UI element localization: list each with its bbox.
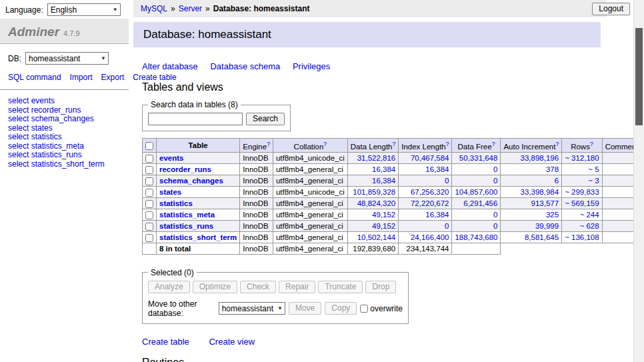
help-icon[interactable]: ? <box>590 141 593 147</box>
sidebar-table-link-statistics[interactable]: select statistics <box>8 133 121 142</box>
data-free-link[interactable]: 0 <box>493 165 497 173</box>
row-checkbox[interactable] <box>145 223 153 231</box>
data-length-link[interactable]: 49,152 <box>372 211 395 219</box>
search-button[interactable]: Search <box>246 113 285 125</box>
breadcrumb-mysql-link[interactable]: MySQL <box>141 4 167 13</box>
data-free-link[interactable]: 104,857,600 <box>455 188 497 196</box>
move-button[interactable]: Move <box>289 302 321 315</box>
data-free-link[interactable]: 0 <box>493 211 497 219</box>
sidebar-table-link-statistics-runs[interactable]: select statistics_runs <box>8 151 121 160</box>
rows-count-link[interactable]: ~ 136,108 <box>565 233 599 241</box>
data-length-link[interactable]: 16,384 <box>372 177 395 185</box>
table-name-link[interactable]: schema_changes <box>159 177 223 185</box>
index-length-link[interactable]: 72,220,672 <box>411 199 449 207</box>
help-icon[interactable]: ? <box>555 141 559 147</box>
auto-increment-link[interactable]: 39,999 <box>535 222 559 230</box>
check-button[interactable]: Check <box>240 281 276 293</box>
help-icon[interactable]: ? <box>323 141 327 147</box>
row-checkbox[interactable] <box>145 234 153 242</box>
sidebar-table-link-recorder-runs[interactable]: select recorder_runs <box>8 106 121 115</box>
sidebar-table-link-statistics-short-term[interactable]: select statistics_short_term <box>8 160 121 169</box>
move-database-select[interactable]: homeassistant ▼ <box>219 302 285 315</box>
row-checkbox[interactable] <box>145 211 153 219</box>
table-name-link[interactable]: states <box>159 188 181 196</box>
help-icon[interactable]: ? <box>267 141 270 147</box>
search-input[interactable] <box>148 113 243 125</box>
data-free-link[interactable]: 0 <box>493 222 497 230</box>
sidebar-table-link-states[interactable]: select states <box>8 124 121 133</box>
help-icon[interactable]: ? <box>492 141 495 147</box>
privileges-link[interactable]: Privileges <box>293 61 330 71</box>
sidebar-sql-command-link[interactable]: SQL command <box>8 73 61 82</box>
auto-increment-link[interactable]: 33,898,196 <box>521 154 559 162</box>
overwrite-option[interactable]: overwrite <box>360 304 403 313</box>
data-free-link[interactable]: 0 <box>493 177 497 185</box>
data-free-link[interactable]: 50,331,648 <box>459 154 498 162</box>
sidebar-table-link-schema-changes[interactable]: select schema_changes <box>8 115 121 124</box>
truncate-button[interactable]: Truncate <box>318 281 363 293</box>
row-checkbox[interactable] <box>145 166 153 174</box>
index-length-link[interactable]: 0 <box>445 177 449 185</box>
analyze-button[interactable]: Analyze <box>148 281 190 293</box>
data-length-link[interactable]: 31,522,816 <box>357 154 396 162</box>
data-length-link[interactable]: 16,384 <box>372 165 395 173</box>
row-checkbox[interactable] <box>145 177 153 185</box>
repair-button[interactable]: Repair <box>279 281 315 293</box>
rows-count-link[interactable]: ~ 5 <box>588 165 599 173</box>
sidebar-export-link[interactable]: Export <box>101 73 125 82</box>
sidebar-table-link-statistics-meta[interactable]: select statistics_meta <box>8 142 121 151</box>
alter-database-link[interactable]: Alter database <box>142 61 198 71</box>
database-schema-link[interactable]: Database schema <box>210 61 280 71</box>
row-checkbox[interactable] <box>145 155 153 163</box>
row-checkbox[interactable] <box>145 189 153 197</box>
vertical-scrollbar[interactable] <box>633 0 644 362</box>
index-length-link[interactable]: 16,384 <box>425 165 449 173</box>
select-all-checkbox[interactable] <box>145 142 153 150</box>
optimize-button[interactable]: Optimize <box>193 281 237 293</box>
table-name-link[interactable]: statistics <box>159 199 193 207</box>
rows-count-link[interactable]: ~ 3 <box>588 177 599 185</box>
auto-increment-link[interactable]: 8,581,645 <box>525 233 559 241</box>
create-view-link[interactable]: Create view <box>209 337 255 347</box>
table-name-link[interactable]: recorder_runs <box>159 165 211 173</box>
help-icon[interactable]: ? <box>392 141 395 147</box>
index-length-link[interactable]: 24,166,400 <box>411 233 449 241</box>
rows-count-link[interactable]: ~ 569,159 <box>565 199 599 207</box>
data-length-link[interactable]: 48,824,320 <box>357 199 396 207</box>
rows-count-link[interactable]: ~ 628 <box>580 222 599 230</box>
auto-increment-link[interactable]: 325 <box>546 211 559 219</box>
auto-increment-link[interactable]: 33,398,984 <box>521 188 559 196</box>
index-length-link[interactable]: 70,467,584 <box>411 154 449 162</box>
rows-count-link[interactable]: ~ 312,180 <box>565 154 599 162</box>
rows-count-link[interactable]: ~ 244 <box>580 211 599 219</box>
data-free-link[interactable]: 6,291,456 <box>463 199 497 207</box>
auto-increment-link[interactable]: 913,577 <box>531 199 559 207</box>
drop-button[interactable]: Drop <box>365 281 396 293</box>
data-free-link[interactable]: 188,743,680 <box>455 233 497 241</box>
auto-increment-link[interactable]: 6 <box>555 177 559 185</box>
logout-button[interactable]: Logout <box>592 3 630 15</box>
index-length-link[interactable]: 0 <box>445 222 449 230</box>
breadcrumb-server-link[interactable]: Server <box>179 4 202 13</box>
data-length-link[interactable]: 49,152 <box>372 222 395 230</box>
language-select[interactable]: English ▼ <box>47 3 121 16</box>
rows-count-link[interactable]: ~ 299,833 <box>565 188 599 196</box>
db-select[interactable]: homeassistant ▼ <box>25 52 109 65</box>
copy-button[interactable]: Copy <box>325 302 357 315</box>
data-length-link[interactable]: 10,502,144 <box>357 233 396 241</box>
index-length-link[interactable]: 16,384 <box>425 211 449 219</box>
table-name-link[interactable]: events <box>159 154 183 162</box>
help-icon[interactable]: ? <box>446 141 449 147</box>
overwrite-checkbox[interactable] <box>360 305 368 313</box>
data-length-link[interactable]: 101,859,328 <box>353 188 395 196</box>
table-name-link[interactable]: statistics_short_term <box>159 233 237 241</box>
create-table-link[interactable]: Create table <box>142 337 189 347</box>
scrollbar-thumb[interactable] <box>635 28 643 125</box>
auto-increment-link[interactable]: 378 <box>546 165 559 173</box>
index-length-link[interactable]: 67,256,320 <box>411 188 449 196</box>
sidebar-table-link-events[interactable]: select events <box>8 97 121 106</box>
sidebar-import-link[interactable]: Import <box>70 73 93 82</box>
table-name-link[interactable]: statistics_runs <box>159 222 213 230</box>
table-name-link[interactable]: statistics_meta <box>159 211 215 219</box>
row-checkbox[interactable] <box>145 200 153 208</box>
